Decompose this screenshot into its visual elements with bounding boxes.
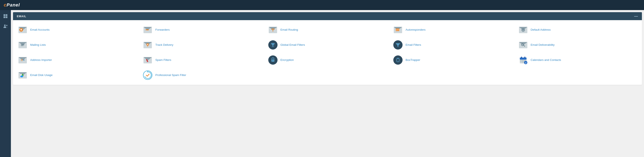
global-email-filters-label: Global Email Filters (280, 43, 305, 47)
calendars-contacts-item[interactable]: @ Calendars and Contacts (515, 52, 640, 68)
boxtrapper-label: BoxTrapper (406, 58, 420, 62)
topbar: cPanel (0, 0, 644, 10)
svg-rect-0 (4, 14, 5, 16)
email-routing-icon (268, 25, 278, 35)
email-accounts-label: Email Accounts (30, 28, 50, 32)
email-disk-usage-item[interactable]: Email Disk Usage (15, 68, 140, 83)
boxtrapper-icon (393, 55, 403, 65)
encryption-label: Encryption (280, 58, 294, 62)
address-importer-item[interactable]: @ Address Importer (15, 52, 140, 68)
encryption-item[interactable]: Encryption (265, 52, 390, 68)
professional-spam-filter-item[interactable]: Professional Spam Filter (140, 68, 265, 83)
email-section-title: EMAIL (17, 15, 26, 18)
mailing-lists-item[interactable]: Mailing Lists (15, 37, 140, 52)
svg-point-5 (6, 25, 7, 26)
spam-filters-icon (143, 55, 153, 65)
forwarders-icon (143, 25, 153, 35)
svg-point-24 (272, 31, 273, 32)
svg-rect-2 (4, 16, 5, 18)
email-filters-label: Email Filters (406, 43, 421, 47)
svg-point-23 (274, 29, 274, 30)
track-delivery-item[interactable]: Track Delivery (140, 37, 265, 52)
global-email-filters-item[interactable]: Global Email Filters (265, 37, 390, 52)
professional-spam-filter-label: Professional Spam Filter (155, 73, 186, 77)
email-accounts-item[interactable]: Email Accounts (15, 22, 140, 37)
logo: cPanel (4, 2, 20, 8)
email-filters-icon (393, 40, 403, 50)
calendars-contacts-label: Calendars and Contacts (531, 58, 561, 62)
email-routing-item[interactable]: Email Routing (265, 22, 390, 37)
default-address-label: Default Address (531, 28, 551, 32)
svg-rect-3 (6, 16, 7, 18)
autoresponders-icon: AUTO (393, 25, 403, 35)
email-disk-usage-label: Email Disk Usage (30, 73, 53, 77)
email-accounts-icon (18, 25, 28, 35)
minimize-button[interactable]: — (634, 14, 638, 18)
email-disk-usage-icon (18, 70, 28, 80)
default-address-icon (518, 25, 528, 35)
email-filters-item[interactable]: Email Filters (390, 37, 515, 52)
global-email-filters-icon (268, 40, 278, 50)
sidebar (0, 10, 11, 157)
autoresponders-item[interactable]: AUTO Autoresponders (390, 22, 515, 37)
email-section: EMAIL — (13, 12, 642, 85)
forwarders-label: Forwarders (155, 28, 170, 32)
svg-point-22 (271, 29, 272, 30)
svg-point-45 (147, 44, 148, 45)
mailing-lists-icon (18, 40, 28, 50)
sidebar-grid-icon[interactable] (2, 13, 8, 19)
svg-rect-74 (521, 57, 522, 58)
address-importer-label: Address Importer (30, 58, 52, 62)
svg-point-68 (272, 60, 273, 61)
svg-rect-75 (524, 57, 525, 58)
svg-point-4 (4, 24, 6, 26)
email-section-header: EMAIL — (13, 12, 642, 20)
email-items-grid: Email Accounts Forwarders (13, 20, 642, 85)
email-deliverability-item[interactable]: Email Deliverability (515, 37, 640, 52)
spam-filters-item[interactable]: Spam Filters (140, 52, 265, 68)
svg-rect-1 (6, 14, 7, 16)
svg-point-69 (393, 56, 402, 65)
address-importer-icon: @ (18, 55, 28, 65)
email-deliverability-icon (518, 40, 528, 50)
mailing-lists-label: Mailing Lists (30, 43, 46, 47)
autoresponders-label: Autoresponders (406, 28, 426, 32)
email-routing-label: Email Routing (280, 28, 298, 32)
boxtrapper-item[interactable]: BoxTrapper (390, 52, 515, 68)
professional-spam-filter-icon (143, 70, 153, 80)
default-address-item[interactable]: Default Address (515, 22, 640, 37)
svg-rect-11 (21, 29, 22, 30)
svg-rect-73 (520, 58, 526, 60)
email-deliverability-label: Email Deliverability (531, 43, 555, 47)
calendars-contacts-icon: @ (518, 55, 528, 65)
svg-text:@: @ (21, 58, 23, 61)
main-content: EMAIL — (11, 10, 644, 157)
spam-filters-label: Spam Filters (155, 58, 171, 62)
track-delivery-label: Track Delivery (155, 43, 173, 47)
forwarders-item[interactable]: Forwarders (140, 22, 265, 37)
encryption-icon (268, 55, 278, 65)
svg-text:@: @ (525, 62, 526, 64)
sidebar-users-icon[interactable] (2, 23, 8, 30)
track-delivery-icon (143, 40, 153, 50)
svg-text:AUTO: AUTO (396, 29, 400, 31)
